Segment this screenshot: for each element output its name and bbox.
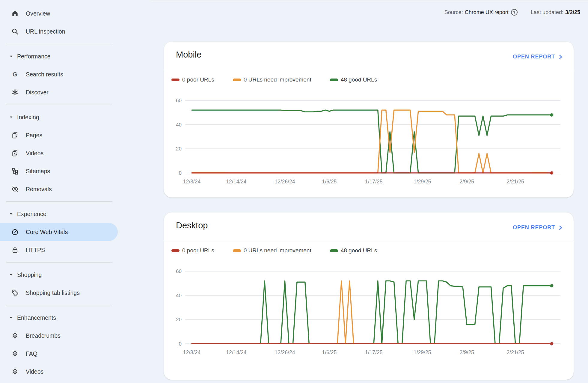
sidebar-item-pages[interactable]: Pages [0, 126, 120, 144]
sidebar-item-breadcrumbs[interactable]: Breadcrumbs [0, 327, 120, 345]
sidebar-item-label: Core Web Vitals [26, 229, 68, 236]
sidebar-item-label: Discover [26, 89, 49, 96]
sidebar-divider [0, 259, 120, 266]
sidebar-item-search-results[interactable]: GSearch results [0, 65, 120, 83]
eye-off-icon [11, 185, 19, 193]
sidebar-item-label: HTTPS [26, 247, 45, 254]
sidebar-section-experience[interactable]: Experience [0, 205, 120, 223]
mobile-chart: 020406012/3/2412/14/2412/26/241/6/251/17… [164, 90, 574, 192]
header-divider [151, 2, 588, 2]
sidebar-item-label: Sitemaps [26, 168, 50, 175]
section-label: Performance [17, 53, 51, 60]
legend-item-0-urls-need-improvement[interactable]: 0 URLs need improvement [233, 76, 311, 83]
section-label: Experience [17, 211, 46, 218]
svg-text:0: 0 [179, 341, 182, 347]
sidebar-section-enhancements[interactable]: Enhancements [0, 309, 120, 327]
stack-icon [11, 368, 19, 376]
svg-text:60: 60 [176, 98, 182, 103]
svg-text:40: 40 [176, 122, 182, 128]
video-page-icon [11, 149, 19, 157]
sidebar-item-faq[interactable]: FAQ [0, 345, 120, 363]
g-logo-icon: G [11, 70, 19, 78]
svg-text:12/26/24: 12/26/24 [275, 349, 295, 355]
last-updated-label: Last updated: [531, 9, 563, 16]
svg-text:1/29/25: 1/29/25 [414, 349, 431, 355]
gauge-icon [11, 228, 19, 236]
legend-item-0-poor-urls[interactable]: 0 poor URLs [171, 76, 214, 83]
legend-label: 0 poor URLs [182, 76, 214, 83]
sidebar-item-label: Videos [26, 368, 43, 375]
svg-text:1/6/25: 1/6/25 [322, 349, 337, 355]
sidebar-section-performance[interactable]: Performance [0, 47, 120, 65]
search-icon [11, 28, 19, 35]
sidebar-item-videos[interactable]: Videos [0, 363, 120, 381]
svg-text:1/29/25: 1/29/25 [414, 179, 431, 185]
svg-text:60: 60 [176, 269, 182, 274]
sidebar-item-shopping-tab-listings[interactable]: Shopping tab listings [0, 284, 120, 302]
legend-label: 48 good URLs [341, 247, 377, 254]
desktop-card-title: Desktop [176, 221, 208, 230]
chevron-down-icon [9, 115, 13, 120]
sidebar-item-label: FAQ [26, 350, 37, 357]
svg-text:2/9/25: 2/9/25 [459, 179, 474, 185]
legend-swatch [233, 79, 241, 81]
section-label: Enhancements [17, 314, 56, 321]
svg-text:12/3/24: 12/3/24 [183, 179, 201, 185]
legend-swatch [330, 79, 338, 81]
sidebar-item-sitemaps[interactable]: Sitemaps [0, 162, 120, 180]
sitemap-icon [11, 167, 19, 175]
legend-item-0-urls-need-improvement[interactable]: 0 URLs need improvement [233, 247, 311, 254]
sidebar-item-label: Pages [26, 132, 42, 139]
chevron-down-icon [9, 212, 13, 216]
sidebar-item-label: Search results [26, 71, 63, 78]
svg-text:12/14/24: 12/14/24 [226, 179, 246, 185]
sidebar-section-shopping[interactable]: Shopping [0, 266, 120, 284]
svg-text:20: 20 [176, 317, 182, 322]
mobile-card: Mobile OPEN REPORT 0 poor URLs0 URLs nee… [164, 42, 574, 197]
sidebar-item-label: Shopping tab listings [26, 289, 80, 296]
mobile-open-report-button[interactable]: OPEN REPORT [513, 54, 563, 60]
legend-swatch [171, 249, 180, 252]
sidebar-section-indexing[interactable]: Indexing [0, 108, 120, 126]
desktop-chart: 020406012/3/2412/14/2412/26/241/6/251/17… [164, 260, 574, 362]
sidebar-item-label: URL inspection [26, 28, 65, 35]
legend-item-0-poor-urls[interactable]: 0 poor URLs [171, 247, 214, 254]
legend-swatch [171, 79, 180, 81]
home-icon [11, 10, 19, 17]
card-divider [164, 70, 574, 70]
svg-text:0: 0 [179, 170, 182, 176]
sidebar-item-label: Removals [26, 186, 52, 193]
sidebar-item-label: Videos [26, 150, 43, 157]
sidebar-item-https[interactable]: HTTPS [0, 241, 120, 259]
legend-label: 0 URLs need improvement [244, 247, 311, 254]
help-icon[interactable]: ? [511, 9, 518, 16]
sidebar-nav: OverviewURL inspectionPerformanceGSearch… [0, 4, 120, 381]
source-label: Source: [444, 9, 463, 16]
svg-text:1/17/25: 1/17/25 [365, 349, 382, 355]
pages-icon [11, 131, 19, 139]
svg-text:1/17/25: 1/17/25 [365, 179, 382, 185]
legend-item-48-good-urls[interactable]: 48 good URLs [330, 247, 377, 254]
sidebar-divider [0, 101, 120, 108]
sidebar-item-core-web-vitals[interactable]: Core Web Vitals [0, 223, 118, 241]
sidebar-item-overview[interactable]: Overview [0, 4, 120, 22]
sidebar-item-discover[interactable]: Discover [0, 83, 120, 101]
open-report-label: OPEN REPORT [513, 224, 555, 231]
section-label: Shopping [17, 272, 42, 278]
sidebar-divider [0, 198, 120, 205]
source-value: Chrome UX report [465, 9, 509, 16]
sidebar-item-label: Breadcrumbs [26, 332, 61, 339]
svg-text:2/9/25: 2/9/25 [459, 349, 474, 355]
desktop-open-report-button[interactable]: OPEN REPORT [513, 224, 563, 231]
sidebar-item-removals[interactable]: Removals [0, 180, 120, 198]
open-report-label: OPEN REPORT [513, 54, 555, 60]
mobile-legend: 0 poor URLs0 URLs need improvement48 goo… [171, 76, 396, 83]
sidebar-item-label: Overview [26, 10, 50, 17]
svg-text:40: 40 [176, 293, 182, 298]
legend-item-48-good-urls[interactable]: 48 good URLs [330, 76, 377, 83]
stack-icon [11, 350, 19, 358]
sidebar-item-url-inspection[interactable]: URL inspection [0, 22, 120, 40]
sidebar-item-videos[interactable]: Videos [0, 144, 120, 162]
asterisk-icon [11, 88, 19, 96]
report-meta-bar: Source: Chrome UX report ? Last updated:… [444, 9, 580, 16]
